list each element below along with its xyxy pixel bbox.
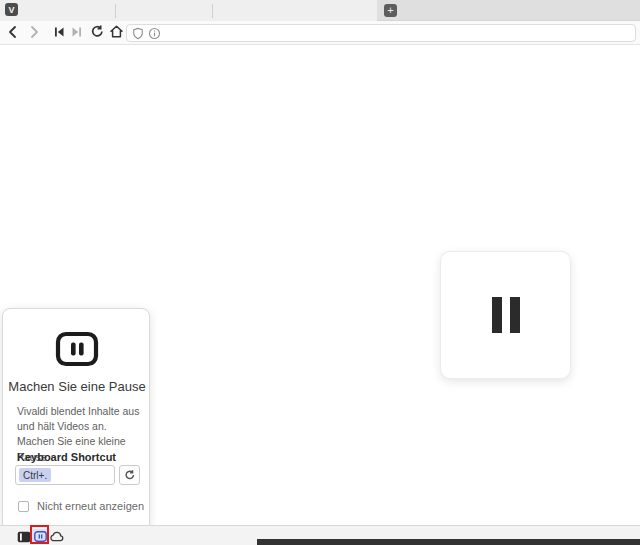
pause-bar-right: [510, 297, 520, 333]
back-icon: [6, 25, 20, 43]
shortcut-input[interactable]: Ctrl+.: [15, 465, 115, 485]
forward-icon: [27, 25, 41, 43]
forward-button[interactable]: [26, 26, 41, 41]
shortcut-value-chip[interactable]: Ctrl+.: [19, 468, 51, 482]
home-button[interactable]: [109, 26, 124, 41]
tab-divider: [115, 4, 116, 18]
popup-title: Machen Sie eine Pause: [3, 379, 151, 394]
fast-forward-button[interactable]: [69, 26, 84, 41]
shield-icon[interactable]: [132, 27, 144, 40]
break-mode-overlay-card[interactable]: [440, 251, 571, 379]
back-button[interactable]: [5, 26, 20, 41]
panel-toggle-button[interactable]: [16, 530, 31, 543]
dont-show-again-label: Nicht erneut anzeigen: [37, 500, 144, 512]
tab-strip[interactable]: [0, 0, 377, 21]
url-input[interactable]: [165, 26, 635, 40]
new-tab-button[interactable]: +: [384, 4, 397, 17]
rewind-button[interactable]: [51, 26, 66, 41]
info-icon[interactable]: [148, 27, 161, 40]
dont-show-again-checkbox[interactable]: [18, 501, 29, 512]
navigation-toolbar: [0, 21, 640, 45]
tab-divider: [212, 4, 213, 18]
sync-button[interactable]: [49, 530, 64, 543]
reset-shortcut-icon: [124, 469, 136, 481]
break-mode-popup: Machen Sie eine Pause Vivaldi blendet In…: [2, 308, 150, 526]
rewind-icon: [52, 25, 66, 43]
address-bar[interactable]: [126, 24, 636, 42]
tab-bar: V +: [0, 0, 640, 21]
vivaldi-menu-button[interactable]: V: [5, 3, 18, 16]
bottom-dark-strip: [257, 539, 640, 545]
reload-button[interactable]: [90, 26, 105, 41]
plus-icon: +: [387, 5, 393, 16]
reload-icon: [90, 24, 105, 43]
click-target-highlight: [30, 525, 49, 544]
home-icon: [109, 24, 124, 43]
pause-icon: [3, 331, 151, 367]
fast-forward-icon: [70, 25, 84, 43]
dismiss-row: Nicht erneut anzeigen: [18, 500, 144, 512]
browser-window: { "tab_bar": { "menu_button_label": "V",…: [0, 0, 640, 545]
reset-shortcut-button[interactable]: [119, 465, 140, 485]
panel-toggle-icon: [17, 531, 31, 543]
shortcut-label: Keyboard Shortcut: [17, 451, 116, 463]
vivaldi-logo: V: [8, 5, 14, 15]
pause-bar-left: [492, 297, 502, 333]
sync-cloud-icon: [49, 531, 64, 542]
